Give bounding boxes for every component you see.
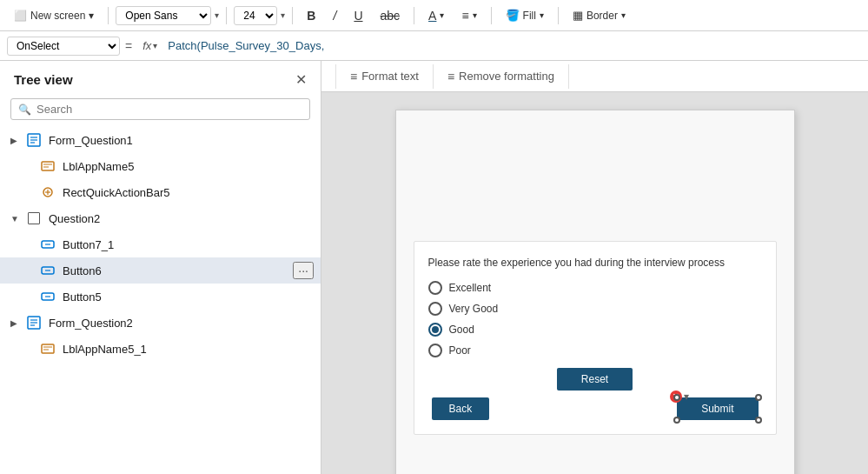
tree-item-label: Question2: [49, 212, 314, 225]
radio-option-good: Good: [428, 323, 762, 337]
button-icon: [40, 289, 56, 304]
separator-3: [292, 7, 293, 24]
tree-item-label: Button5: [63, 290, 314, 304]
radio-circle-verygood[interactable]: [428, 302, 442, 316]
screen-icon: ⬜: [14, 10, 27, 22]
separator-4: [414, 7, 414, 24]
chevron-fill-icon: ▾: [540, 10, 544, 20]
radio-circle-excellent[interactable]: [428, 281, 442, 295]
underline-button[interactable]: U: [347, 5, 369, 26]
tree-item-button6[interactable]: Button6 ···: [0, 257, 321, 284]
chevron-icon: [10, 136, 21, 145]
formula-input[interactable]: [168, 39, 861, 52]
tree-content: Form_Question1 LblAppName5 RectQuickActi…: [0, 127, 321, 474]
main-area: Tree view ✕ 🔍 Form_Question1 Lb: [0, 61, 868, 474]
italic-button[interactable]: /: [326, 5, 343, 26]
remove-formatting-button[interactable]: ≡ Remove formatting: [434, 64, 569, 89]
button-icon: [40, 237, 56, 252]
formula-bar: OnSelect = fx ▾: [0, 31, 868, 61]
reset-button[interactable]: Reset: [557, 368, 633, 391]
separator-2: [226, 7, 227, 24]
remove-formatting-icon: ≡: [447, 70, 454, 83]
radio-label-poor: Poor: [449, 344, 471, 357]
label-icon: [40, 341, 56, 357]
handle-bl: [673, 417, 680, 424]
radio-option-verygood: Very Good: [428, 302, 762, 316]
right-area: ≡ Format text ≡ Remove formatting Please…: [321, 61, 868, 474]
tree-item-label: LblAppName5_1: [63, 343, 314, 356]
separator-1: [108, 7, 109, 24]
radio-circle-poor[interactable]: [428, 344, 442, 357]
property-select[interactable]: OnSelect: [7, 37, 120, 56]
fx-button[interactable]: fx ▾: [137, 37, 162, 54]
tree-item-label: Form_Question2: [49, 317, 314, 330]
tree-item-label: LblAppName5: [63, 160, 314, 173]
handle-tr: [755, 394, 762, 401]
tree-item[interactable]: Form_Question1: [0, 127, 321, 153]
border-icon: ▦: [573, 9, 583, 22]
tree-item-label: RectQuickActionBar5: [63, 186, 314, 199]
tree-item[interactable]: Question2: [0, 205, 321, 231]
more-options-button[interactable]: ···: [293, 262, 314, 279]
form-icon: [26, 132, 42, 148]
submit-button-wrap: ✕ ▾ Submit: [677, 397, 758, 420]
survey-card: Please rate the experience you had durin…: [414, 241, 777, 435]
separator-5: [491, 7, 492, 24]
chevron-icon: [10, 318, 21, 328]
submit-button[interactable]: Submit: [677, 397, 758, 420]
new-screen-button[interactable]: ⬜ New screen ▾: [7, 6, 101, 25]
svg-rect-20: [42, 344, 54, 353]
tree-item-label: Form_Question1: [49, 134, 314, 147]
group-icon: [26, 210, 42, 226]
format-text-button[interactable]: ≡ Format text: [335, 64, 434, 89]
back-button[interactable]: Back: [432, 397, 490, 420]
text-color-icon: A: [428, 9, 436, 23]
font-family-select[interactable]: Open Sans: [116, 6, 211, 25]
dropdown-badge: ▾: [684, 391, 689, 403]
screen-canvas: Please rate the experience you had durin…: [395, 110, 795, 474]
format-bar: ≡ Format text ≡ Remove formatting: [321, 61, 868, 92]
text-color-button[interactable]: A ▾: [421, 5, 451, 26]
tree-item[interactable]: LblAppName5: [0, 153, 321, 179]
separator-6: [558, 7, 559, 24]
chevron-border-icon: ▾: [621, 10, 626, 20]
close-tree-button[interactable]: ✕: [295, 71, 307, 88]
search-icon: 🔍: [18, 103, 31, 116]
top-toolbar: ⬜ New screen ▾ Open Sans ▾ 24 ▾ B / U ab…: [0, 0, 868, 31]
radio-label-good: Good: [449, 324, 474, 336]
svg-rect-4: [42, 162, 54, 170]
border-button[interactable]: ▦ Border ▾: [566, 5, 633, 25]
search-box: 🔍: [10, 98, 310, 120]
button-icon: [40, 263, 56, 278]
tree-item[interactable]: Button7_1: [0, 231, 321, 257]
tree-view-title: Tree view: [14, 72, 73, 87]
align-button[interactable]: ≡ ▾: [454, 5, 483, 26]
handle-br: [755, 417, 762, 424]
radio-label-verygood: Very Good: [449, 303, 499, 315]
radio-circle-good[interactable]: [428, 323, 442, 337]
survey-question: Please rate the experience you had durin…: [428, 256, 762, 270]
fill-button[interactable]: 🪣 Fill ▾: [499, 5, 551, 25]
format-text-icon: ≡: [350, 70, 357, 83]
strikethrough-button[interactable]: abc: [374, 5, 407, 26]
fill-icon: 🪣: [506, 9, 520, 22]
chevron-icon: [10, 214, 21, 224]
canvas-area: Please rate the experience you had durin…: [321, 92, 868, 474]
radio-option-excellent: Excellent: [428, 281, 762, 295]
search-input[interactable]: [36, 103, 302, 116]
tree-header: Tree view ✕: [0, 61, 321, 95]
tree-item[interactable]: LblAppName5_1: [0, 336, 321, 362]
radio-option-poor: Poor: [428, 344, 762, 357]
tree-item[interactable]: Form_Question2: [0, 310, 321, 336]
tree-item[interactable]: Button5: [0, 284, 321, 310]
equals-sign: =: [125, 39, 132, 53]
tree-item[interactable]: RectQuickActionBar5: [0, 179, 321, 205]
bold-button[interactable]: B: [300, 5, 322, 26]
label-icon: [40, 158, 56, 174]
reset-button-row: Reset: [428, 368, 762, 391]
tree-item-label: Button7_1: [63, 238, 314, 251]
rect-icon: [40, 184, 56, 200]
chevron-font-icon: ▾: [215, 10, 219, 20]
form-icon: [26, 315, 42, 330]
font-size-select[interactable]: 24: [234, 6, 277, 25]
